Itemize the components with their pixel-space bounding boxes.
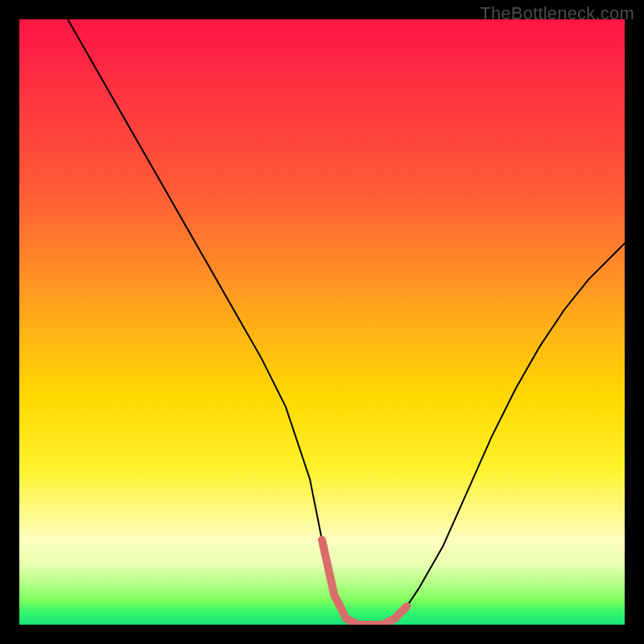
bottleneck-curve-path	[68, 19, 625, 625]
optimal-band-path	[322, 540, 407, 625]
watermark-text: TheBottleneck.com	[480, 3, 634, 24]
chart-frame: TheBottleneck.com	[0, 0, 644, 644]
plot-area	[19, 19, 625, 625]
curve-layer	[19, 19, 625, 625]
